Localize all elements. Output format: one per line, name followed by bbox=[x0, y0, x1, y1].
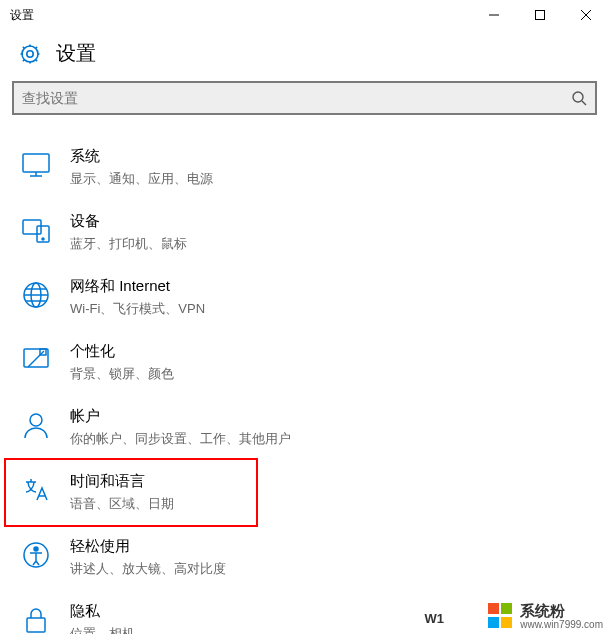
watermark: 系统粉 www.win7999.com bbox=[488, 603, 603, 631]
display-icon bbox=[20, 149, 52, 181]
watermark-url: www.win7999.com bbox=[520, 619, 603, 630]
category-network[interactable]: 网络和 Internet Wi-Fi、飞行模式、VPN bbox=[0, 265, 609, 330]
language-icon bbox=[20, 474, 52, 506]
personalize-icon bbox=[20, 344, 52, 376]
close-button[interactable] bbox=[563, 0, 609, 30]
window-controls bbox=[471, 0, 609, 30]
category-desc: 位置、相机 bbox=[70, 625, 135, 634]
search-icon bbox=[571, 90, 587, 106]
lock-icon bbox=[20, 604, 52, 634]
watermark-brand: 系统粉 bbox=[520, 603, 603, 620]
svg-point-21 bbox=[30, 414, 42, 426]
category-devices[interactable]: 设备 蓝牙、打印机、鼠标 bbox=[0, 200, 609, 265]
svg-rect-24 bbox=[27, 618, 45, 632]
svg-point-4 bbox=[27, 50, 33, 56]
titlebar: 设置 bbox=[0, 0, 609, 30]
category-desc: 语音、区域、日期 bbox=[70, 495, 174, 513]
category-accounts[interactable]: 帐户 你的帐户、同步设置、工作、其他用户 bbox=[0, 395, 609, 460]
settings-list: 系统 显示、通知、应用、电源 设备 蓝牙、打印机、鼠标 网络和 Internet… bbox=[0, 135, 609, 634]
category-label: 时间和语言 bbox=[70, 472, 174, 491]
globe-icon bbox=[20, 279, 52, 311]
maximize-button[interactable] bbox=[517, 0, 563, 30]
svg-point-6 bbox=[573, 92, 583, 102]
watermark-prefix: W1 bbox=[425, 611, 445, 626]
header: 设置 bbox=[0, 30, 609, 81]
svg-rect-11 bbox=[23, 220, 41, 234]
category-label: 隐私 bbox=[70, 602, 135, 621]
category-label: 个性化 bbox=[70, 342, 174, 361]
window-title: 设置 bbox=[10, 7, 471, 24]
page-title: 设置 bbox=[56, 40, 96, 67]
gear-icon bbox=[18, 42, 42, 66]
category-desc: 蓝牙、打印机、鼠标 bbox=[70, 235, 187, 253]
windows-logo-icon bbox=[488, 603, 514, 629]
category-time-language[interactable]: 时间和语言 语音、区域、日期 bbox=[0, 460, 609, 525]
category-desc: 讲述人、放大镜、高对比度 bbox=[70, 560, 226, 578]
search-input[interactable] bbox=[22, 90, 559, 106]
category-label: 网络和 Internet bbox=[70, 277, 205, 296]
category-ease-of-access[interactable]: 轻松使用 讲述人、放大镜、高对比度 bbox=[0, 525, 609, 590]
category-label: 系统 bbox=[70, 147, 213, 166]
svg-rect-8 bbox=[23, 154, 49, 172]
category-label: 轻松使用 bbox=[70, 537, 226, 556]
accessibility-icon bbox=[20, 539, 52, 571]
category-personalization[interactable]: 个性化 背景、锁屏、颜色 bbox=[0, 330, 609, 395]
svg-point-13 bbox=[42, 238, 44, 240]
svg-point-5 bbox=[22, 46, 38, 62]
search-box[interactable] bbox=[12, 81, 597, 115]
account-icon bbox=[20, 409, 52, 441]
category-desc: 显示、通知、应用、电源 bbox=[70, 170, 213, 188]
svg-point-23 bbox=[34, 547, 38, 551]
devices-icon bbox=[20, 214, 52, 246]
category-label: 帐户 bbox=[70, 407, 291, 426]
category-desc: 你的帐户、同步设置、工作、其他用户 bbox=[70, 430, 291, 448]
minimize-button[interactable] bbox=[471, 0, 517, 30]
svg-rect-1 bbox=[536, 11, 545, 20]
category-system[interactable]: 系统 显示、通知、应用、电源 bbox=[0, 135, 609, 200]
category-label: 设备 bbox=[70, 212, 187, 231]
category-desc: 背景、锁屏、颜色 bbox=[70, 365, 174, 383]
category-desc: Wi-Fi、飞行模式、VPN bbox=[70, 300, 205, 318]
svg-line-7 bbox=[582, 101, 586, 105]
